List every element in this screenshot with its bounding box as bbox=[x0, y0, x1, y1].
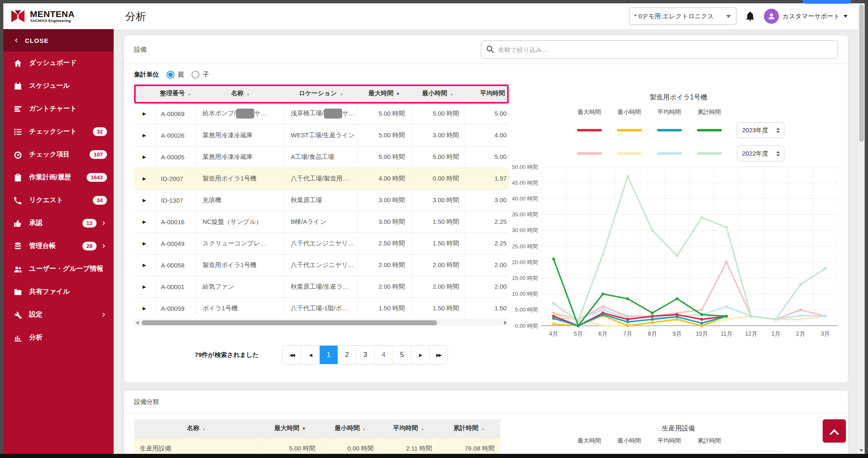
vertical-scrollbar[interactable] bbox=[858, 3, 865, 454]
scroll-down-arrow[interactable] bbox=[860, 449, 863, 452]
gauge-icon bbox=[13, 150, 22, 159]
vertical-scrollbar-thumb[interactable] bbox=[859, 5, 864, 142]
sidebar-item-8[interactable]: 管理台帳28 bbox=[3, 235, 114, 257]
category-column-header-1[interactable]: 最大時間▼ bbox=[259, 419, 321, 438]
page-last-button[interactable]: ▶▶ bbox=[429, 346, 448, 364]
svg-text:35.00 時間: 35.00 時間 bbox=[512, 211, 538, 218]
row-expander[interactable]: ▶ bbox=[134, 276, 155, 297]
cell-max: 5.00 時間 bbox=[358, 124, 411, 146]
cell-min: 5.00 時間 bbox=[411, 146, 465, 168]
radio-親[interactable]: 親 bbox=[167, 71, 184, 79]
table-row[interactable]: ▶A-00059ボイラ1号機八千代工場-1階/ボ…1.50 時間1.50 時間1… bbox=[134, 297, 509, 319]
cell-location: 秋葉原工場 bbox=[285, 189, 358, 211]
column-header-2[interactable]: 名称▲ bbox=[196, 84, 285, 103]
column-header-5[interactable]: 最小時間▲ bbox=[411, 84, 465, 103]
sidebar-item-label: スケジュール bbox=[29, 82, 107, 90]
table-row[interactable]: ▶A-00001給気ファン秋葉原工場/生産ラ…2.00 時間2.00 時間2.0… bbox=[134, 276, 509, 297]
category-column-header-0[interactable]: 名称▲ bbox=[134, 419, 259, 438]
cell-name: ボイラ1号機 bbox=[196, 297, 285, 319]
scroll-to-top-button[interactable] bbox=[823, 419, 846, 443]
page-button-1[interactable]: 1 bbox=[319, 346, 338, 364]
frame-bottom-edge bbox=[0, 454, 868, 458]
category-column-header-2[interactable]: 最小時間▲ bbox=[321, 419, 380, 438]
row-expander[interactable]: ▶ bbox=[134, 124, 155, 146]
page-next-button[interactable]: ▶ bbox=[411, 346, 429, 364]
table-row[interactable]: ▶A-00026業務用冷凍冷蔵庫WEST工場/生産ライン5.00 時間3.00 … bbox=[134, 124, 509, 146]
sidebar-collapse-button[interactable]: CLOSE bbox=[3, 29, 114, 52]
year-select-2022年度[interactable]: 2022年度 bbox=[737, 146, 784, 161]
sidebar-item-10[interactable]: 共有ファイル bbox=[3, 280, 114, 303]
sidebar-item-3[interactable]: チェックシート32 bbox=[3, 120, 114, 143]
table-row[interactable]: ▶A-00016NC旋盤（サンプル）B棟/Aライン3.00 時間1.50 時間2… bbox=[134, 211, 509, 233]
horizontal-scrollbar[interactable] bbox=[134, 319, 509, 326]
row-expander[interactable]: ▶ bbox=[134, 189, 155, 211]
row-expander[interactable]: ▶ bbox=[134, 103, 155, 124]
cell-min: 1.50 時間 bbox=[411, 233, 465, 254]
count-badge: 34 bbox=[93, 196, 107, 205]
cell-name: 業務用冷凍冷蔵庫 bbox=[196, 124, 285, 146]
table-row[interactable]: ▶A-00005業務用冷凍冷蔵庫A工場/食品工場5.00 時間5.00 時間5.… bbox=[134, 146, 509, 168]
column-header-1[interactable]: 整理番号▲ bbox=[155, 84, 196, 103]
legend-swatch bbox=[617, 129, 642, 131]
sidebar-item-6[interactable]: リクエスト34 bbox=[3, 189, 114, 212]
cell-avg: 3.00 時間 bbox=[465, 189, 509, 211]
sidebar-item-1[interactable]: スケジュール bbox=[3, 74, 114, 97]
page-button-2[interactable]: 2 bbox=[338, 346, 356, 364]
app-logo[interactable]: MENTENA YACHIYO Engineering bbox=[3, 3, 114, 29]
page-first-button[interactable]: ◀◀ bbox=[283, 346, 301, 364]
cell-name: 製造用ボイラ1号機 bbox=[196, 168, 285, 189]
cell-avg: 1.50 時間 bbox=[465, 297, 509, 319]
cell-location: 浅草橋工場/サ… bbox=[285, 103, 358, 124]
organization-select[interactable]: * 0デモ用:エレクトロニクス bbox=[629, 7, 736, 25]
chevron-down-icon bbox=[843, 15, 848, 17]
year-select-2023年度[interactable]: 2023年度 bbox=[737, 122, 784, 138]
tools-icon bbox=[13, 310, 22, 319]
scroll-left-arrow[interactable] bbox=[134, 319, 141, 326]
scroll-right-arrow[interactable] bbox=[502, 319, 509, 326]
table-row[interactable]: ▶A-00069給水ポンプ/サ…浅草橋工場/サ…5.00 時間5.00 時間5.… bbox=[134, 103, 509, 124]
row-expander[interactable]: ▶ bbox=[134, 254, 155, 276]
year-select-2023年度[interactable]: 2023年度 bbox=[737, 451, 784, 454]
window-frame: MENTENA YACHIYO Engineering CLOSE ダッシュボー… bbox=[0, 0, 868, 458]
table-row[interactable]: ▶ID-1307充填機秋葉原工場3.00 時間3.00 時間3.00 時間 bbox=[134, 189, 509, 211]
bell-icon[interactable] bbox=[745, 11, 756, 22]
sidebar-item-7[interactable]: 承認13 bbox=[3, 212, 114, 235]
svg-text:25.00 時間: 25.00 時間 bbox=[512, 243, 538, 250]
category-column-header-3[interactable]: 平均時間▲ bbox=[380, 419, 438, 438]
sidebar-item-4[interactable]: チェック項目107 bbox=[3, 143, 114, 166]
row-expander[interactable]: ▶ bbox=[134, 146, 155, 168]
search-input[interactable] bbox=[481, 40, 838, 59]
row-expander[interactable]: ▶ bbox=[134, 233, 155, 254]
sidebar-item-2[interactable]: ガントチャート bbox=[3, 97, 114, 120]
users-icon bbox=[13, 265, 22, 274]
row-expander[interactable]: ▶ bbox=[134, 168, 155, 189]
year-select-value: 2023年度 bbox=[742, 126, 769, 134]
sidebar-item-11[interactable]: 設定 bbox=[3, 303, 114, 326]
horizontal-scrollbar-thumb[interactable] bbox=[142, 320, 437, 325]
sidebar-item-12[interactable]: 分析 bbox=[3, 326, 114, 349]
sidebar-item-5[interactable]: 作業計画/履歴1643 bbox=[3, 166, 114, 189]
table-row[interactable]: ▶A-00058製造用ボイラ1号機八千代エンジニヤリ…2.00 時間2.00 時… bbox=[134, 254, 509, 276]
table-row[interactable]: ▶A-00049スクリューコンプレ…八千代エンジニヤリ…2.50 時間1.50 … bbox=[134, 233, 509, 254]
chevron-right-icon bbox=[101, 312, 107, 318]
page-button-3[interactable]: 3 bbox=[356, 346, 374, 364]
sidebar-item-0[interactable]: ダッシュボード bbox=[3, 52, 114, 74]
page-prev-button[interactable]: ◀ bbox=[301, 346, 319, 364]
user-menu[interactable]: カスタマーサポート bbox=[764, 9, 848, 24]
category-column-header-4[interactable]: 累計時間▲ bbox=[438, 419, 500, 438]
category-row[interactable]: 生産用設備5.00 時間0.00 時間2.11 時間76.08 時間 bbox=[134, 438, 500, 454]
column-header-0[interactable] bbox=[134, 84, 155, 103]
chart-legend: 最大時間最小時間平均時間累計時間2023年度2022年度 bbox=[509, 109, 848, 165]
sidebar-item-9[interactable]: ユーザー・グループ情報 bbox=[3, 257, 114, 280]
page-button-4[interactable]: 4 bbox=[374, 346, 393, 364]
radio-子[interactable]: 子 bbox=[192, 71, 209, 79]
page-button-5[interactable]: 5 bbox=[393, 346, 411, 364]
column-header-3[interactable]: ロケーション▲ bbox=[285, 84, 358, 103]
column-header-6[interactable]: 平均時間▲ bbox=[465, 84, 509, 103]
row-expander[interactable]: ▶ bbox=[134, 211, 155, 233]
column-header-4[interactable]: 最大時間▼ bbox=[358, 84, 411, 103]
organization-select-value: * 0デモ用:エレクトロニクス bbox=[634, 12, 714, 20]
row-expander[interactable]: ▶ bbox=[134, 297, 155, 319]
svg-text:45.00 時間: 45.00 時間 bbox=[512, 180, 538, 186]
table-row[interactable]: ▶ID-2007製造用ボイラ1号機八千代工場/製造用…4.00 時間0.00 時… bbox=[134, 168, 509, 189]
